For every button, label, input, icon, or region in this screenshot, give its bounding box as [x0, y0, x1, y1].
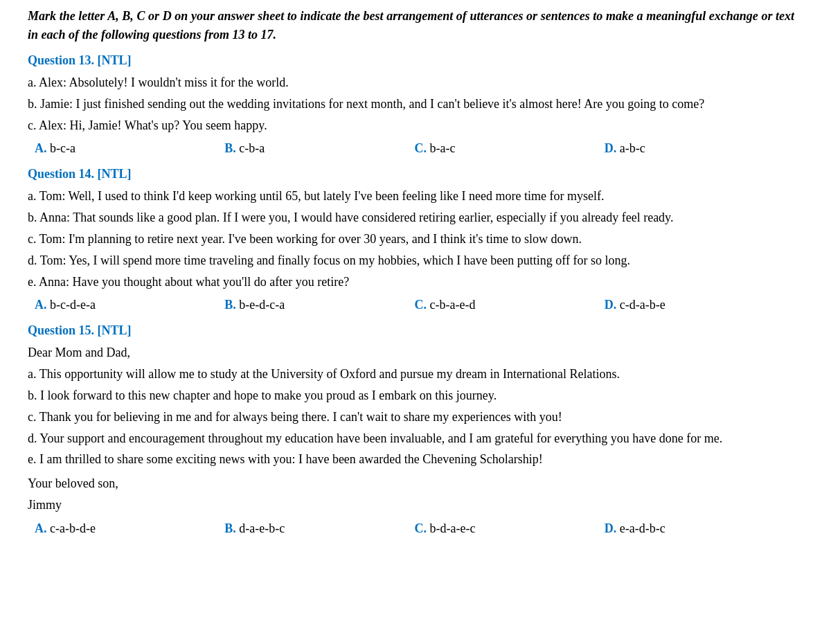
q13-text-b: c-b-a: [239, 141, 265, 155]
q15-letter-a: A.: [35, 521, 47, 535]
q15-line-a: a. This opportunity will allow me to stu…: [28, 364, 794, 384]
question-14: Question 14. [NTL] a. Tom: Well, I used …: [28, 165, 794, 314]
q13-letter-a: A.: [35, 141, 47, 155]
q15-letter-c: C.: [415, 521, 427, 535]
q14-letter-d: D.: [605, 298, 617, 312]
q15-answers: A. c-a-b-d-e B. d-a-e-b-c C. b-d-a-e-c D…: [28, 519, 794, 538]
q14-answer-c: C. c-b-a-e-d: [415, 296, 605, 314]
instruction-text: Mark the letter A, B, C or D on your ans…: [28, 7, 794, 44]
q14-letter-b: B.: [224, 298, 236, 312]
q15-line-e: e. I am thrilled to share some exciting …: [28, 449, 794, 469]
q14-header: Question 14. [NTL]: [28, 165, 794, 184]
q15-line-d: d. Your support and encouragement throug…: [28, 429, 794, 449]
q13-letter-b: B.: [224, 141, 236, 155]
q15-header: Question 15. [NTL]: [28, 321, 794, 340]
q14-line-b: b. Anna: That sounds like a good plan. I…: [28, 208, 794, 228]
q15-salutation: Dear Mom and Dad,: [28, 343, 794, 363]
q15-signature: Jimmy: [28, 495, 794, 515]
q13-header: Question 13. [NTL]: [28, 51, 794, 70]
page-container: Mark the letter A, B, C or D on your ans…: [28, 7, 794, 538]
q14-text-a: b-c-d-e-a: [50, 298, 96, 312]
q15-closing: Your beloved son,: [28, 474, 794, 494]
q15-answer-b: B. d-a-e-b-c: [224, 519, 414, 538]
q14-text-c: c-b-a-e-d: [430, 298, 476, 312]
q15-text-c: b-d-a-e-c: [430, 521, 476, 535]
q13-text-a: b-c-a: [50, 141, 75, 155]
q15-answer-a: A. c-a-b-d-e: [35, 519, 224, 538]
q13-line-b: b. Jamie: I just finished sending out th…: [28, 94, 794, 114]
q13-text-c: b-a-c: [430, 141, 456, 155]
q15-letter-d: D.: [605, 521, 617, 535]
q15-text-b: d-a-e-b-c: [239, 521, 285, 535]
q15-text-d: e-a-d-b-c: [620, 521, 665, 535]
q15-line-b: b. I look forward to this new chapter an…: [28, 386, 794, 406]
q14-line-d: d. Tom: Yes, I will spend more time trav…: [28, 251, 794, 271]
q15-letter-b: B.: [224, 521, 236, 535]
q13-answer-a: A. b-c-a: [35, 139, 224, 158]
q13-text-d: a-b-c: [620, 141, 645, 155]
q13-answers: A. b-c-a B. c-b-a C. b-a-c D. a-b-c: [28, 139, 794, 158]
q13-letter-d: D.: [605, 141, 617, 155]
q14-answer-a: A. b-c-d-e-a: [35, 296, 224, 314]
q13-line-a: a. Alex: Absolutely! I wouldn't miss it …: [28, 73, 794, 93]
q14-line-e: e. Anna: Have you thought about what you…: [28, 272, 794, 292]
q13-answer-c: C. b-a-c: [415, 139, 605, 158]
q13-letter-c: C.: [415, 141, 427, 155]
q15-answer-c: C. b-d-a-e-c: [415, 519, 605, 538]
q15-text-a: c-a-b-d-e: [50, 521, 96, 535]
q14-answers: A. b-c-d-e-a B. b-e-d-c-a C. c-b-a-e-d D…: [28, 296, 794, 314]
q15-line-c: c. Thank you for believing in me and for…: [28, 407, 794, 427]
q14-letter-c: C.: [415, 298, 427, 312]
q15-answer-d: D. e-a-d-b-c: [605, 519, 794, 538]
q14-letter-a: A.: [35, 298, 47, 312]
q14-text-d: c-d-a-b-e: [620, 298, 665, 312]
question-15: Question 15. [NTL] Dear Mom and Dad, a. …: [28, 321, 794, 537]
q13-answer-b: B. c-b-a: [224, 139, 414, 158]
q14-answer-b: B. b-e-d-c-a: [224, 296, 414, 314]
q14-line-c: c. Tom: I'm planning to retire next year…: [28, 229, 794, 249]
q14-text-b: b-e-d-c-a: [239, 298, 285, 312]
q14-answer-d: D. c-d-a-b-e: [605, 296, 794, 314]
question-13: Question 13. [NTL] a. Alex: Absolutely! …: [28, 51, 794, 158]
q14-line-a: a. Tom: Well, I used to think I'd keep w…: [28, 186, 794, 206]
q13-line-c: c. Alex: Hi, Jamie! What's up? You seem …: [28, 116, 794, 136]
q13-answer-d: D. a-b-c: [605, 139, 794, 158]
